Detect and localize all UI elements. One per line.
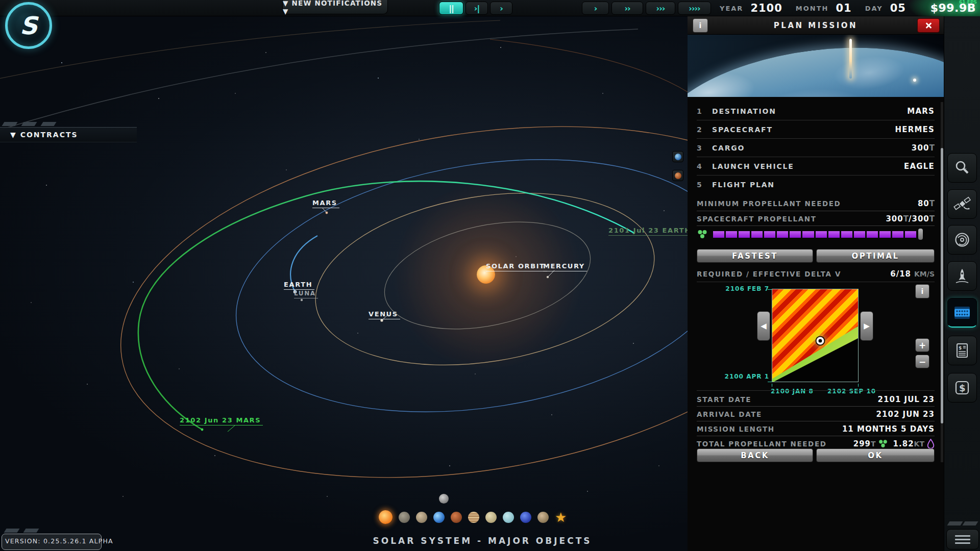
contracts-ledger-button[interactable]: $	[947, 336, 977, 365]
mission-row-cargo[interactable]: 3 CARGO 300 T	[697, 139, 935, 157]
start-date-label: START DATE	[697, 395, 878, 404]
mission-hero-image	[688, 35, 944, 97]
speed-1x-button[interactable]: ›	[582, 2, 609, 15]
total-fuel-value: 1.82	[893, 439, 914, 448]
planet-icon-mercury[interactable]	[399, 512, 410, 523]
speed-4x-button[interactable]: ››››	[678, 2, 711, 15]
search-button[interactable]	[947, 153, 977, 183]
finance-button[interactable]: $	[947, 373, 977, 403]
row-label: SPACECRAFT	[712, 126, 895, 134]
total-propellant-label: TOTAL PROPELLANT NEEDED	[697, 440, 853, 448]
planet-icon-saturn[interactable]	[485, 512, 497, 523]
satellite-icon	[953, 195, 971, 213]
arrival-date-value: 2102 JUN 23	[876, 410, 935, 419]
spacecraft-propellant-label: SPACECRAFT PROPELLANT	[697, 215, 886, 223]
scrollbar-thumb[interactable]	[941, 148, 943, 423]
planet-icon-pluto[interactable]	[537, 512, 549, 523]
speed-3x-button[interactable]: ›››	[646, 2, 675, 15]
mission-length-label: MISSION LENGTH	[697, 425, 842, 433]
back-button[interactable]: BACK	[697, 448, 813, 462]
planet-icon-jupiter[interactable]	[468, 512, 479, 523]
row-label: FLIGHT PLAN	[712, 181, 935, 189]
map-label-departure-date: 2101 Jul 23 EARTH	[608, 227, 688, 236]
plot-y-max-label: 2106 FEB 7	[725, 285, 769, 292]
map-layer-mars-button[interactable]	[672, 170, 683, 181]
plot-zoom-in-button[interactable]: +	[915, 338, 929, 352]
spacecraft-propellant-row: SPACECRAFT PROPELLANT 300 T / 300 T	[697, 212, 935, 226]
mission-row-launch-vehicle[interactable]: 4 LAUNCH VEHICLE EAGLE	[697, 157, 935, 176]
planet-icon-star[interactable]: ★	[555, 512, 567, 523]
row-label: LAUNCH VEHICLE	[712, 162, 904, 170]
rocket-launch-plume	[849, 39, 852, 79]
mission-row-destination[interactable]: 1 DESTINATION MARS	[697, 102, 935, 120]
solar-system-map[interactable]: MARS EARTH LUNA VENUS MERCURY SOLAR ORBI…	[0, 16, 688, 551]
map-label-luna[interactable]: LUNA	[294, 290, 318, 298]
main-menu-button[interactable]	[946, 529, 979, 549]
panel-scrollbar[interactable]	[941, 102, 943, 462]
right-toolbar: $ $	[944, 0, 980, 551]
map-layer-earth-button[interactable]	[672, 151, 683, 162]
planet-icon-sun[interactable]	[379, 510, 393, 524]
planet-icon-mars[interactable]	[451, 512, 462, 523]
plot-zoom-out-button[interactable]: −	[915, 355, 929, 368]
planet-icon-luna[interactable]	[439, 494, 449, 504]
slider-handle[interactable]	[918, 229, 923, 240]
company-logo[interactable]: S	[5, 2, 52, 49]
plot-info-button[interactable]: i	[915, 284, 929, 298]
notifications-button[interactable]: ▼ NEW NOTIFICATIONS ▼	[282, 0, 388, 14]
propellant-fill-cells	[713, 231, 916, 238]
map-label-mars[interactable]: MARS	[312, 199, 339, 208]
menu-tab-notch	[947, 521, 963, 525]
panel-title: PLAN MISSION	[688, 21, 944, 30]
row-label: DESTINATION	[712, 107, 907, 115]
selected-transfer-marker[interactable]	[817, 337, 824, 345]
mission-row-spacecraft[interactable]: 2 SPACECRAFT HERMES	[697, 120, 935, 139]
plot-prev-button[interactable]: ◀	[757, 311, 770, 341]
planet-icon-earth[interactable]	[433, 512, 445, 523]
contracts-header[interactable]: ▼ CONTRACTS	[0, 127, 137, 142]
play-button[interactable]: ›	[490, 2, 512, 15]
divider	[697, 390, 935, 391]
optimal-button[interactable]: OPTIMAL	[816, 249, 935, 263]
launches-button[interactable]	[947, 261, 977, 291]
start-date-row: START DATE 2101 JUL 23	[697, 392, 935, 406]
contracts-tab-notch	[21, 122, 37, 126]
info-button[interactable]: i	[693, 18, 708, 33]
propellant-max: 300	[912, 214, 929, 223]
fuel-cells-button[interactable]	[947, 298, 977, 328]
orbits-button[interactable]	[947, 225, 977, 255]
total-fuel-unit: KT	[914, 440, 924, 448]
porkchop-plot[interactable]	[772, 289, 859, 382]
pause-button[interactable]: ||	[439, 2, 463, 15]
top-bar: ▼ NEW NOTIFICATIONS ▼ || ›| › › ›› ››› ›…	[0, 0, 980, 16]
close-button[interactable]	[917, 18, 940, 33]
version-text: VERSION: 0.25.5.26.1 ALPHA	[5, 537, 113, 545]
ok-button[interactable]: OK	[816, 448, 935, 462]
planet-icon-venus[interactable]	[416, 512, 427, 523]
propellant-current: 300	[886, 214, 903, 223]
planet-icon-neptune[interactable]	[520, 512, 531, 523]
speed-2x-button[interactable]: ››	[611, 2, 643, 15]
map-label-earth[interactable]: EARTH	[284, 281, 314, 290]
map-label-mercury[interactable]: MERCURY	[543, 262, 587, 271]
hamburger-icon	[955, 539, 970, 540]
search-icon	[953, 159, 971, 177]
mission-length-value: 11 MONTHS 5 DAYS	[842, 424, 935, 434]
plot-next-button[interactable]: ▶	[860, 311, 873, 341]
planet-icon-uranus[interactable]	[503, 512, 514, 523]
month-label: MONTH	[796, 5, 829, 12]
bottom-tab-notch	[4, 529, 20, 533]
total-cells-unit: T	[871, 440, 876, 448]
delta-v-row: REQUIRED / EFFECTIVE DELTA V 6/18 KM/S	[697, 267, 935, 281]
fastest-button[interactable]: FASTEST	[697, 249, 813, 263]
row-value: 300	[912, 143, 929, 153]
invoice-icon: $	[953, 342, 971, 359]
mission-row-flight-plan[interactable]: 5 FLIGHT PLAN	[697, 176, 935, 194]
divider	[697, 421, 935, 421]
step-button[interactable]: ›|	[465, 2, 488, 15]
propellant-slider[interactable]	[697, 228, 935, 241]
satellites-button[interactable]	[947, 189, 977, 219]
orbit-rings-icon	[953, 231, 971, 248]
map-label-solar-orbit[interactable]: SOLAR ORBIT	[486, 262, 547, 271]
map-label-venus[interactable]: VENUS	[369, 310, 400, 319]
